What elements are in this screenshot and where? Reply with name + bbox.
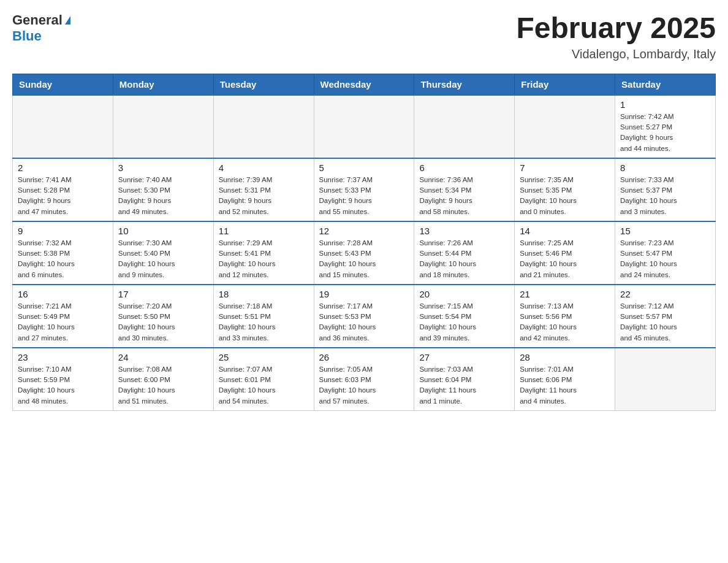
table-row bbox=[515, 95, 615, 158]
week-row-3: 16Sunrise: 7:21 AM Sunset: 5:49 PM Dayli… bbox=[13, 285, 716, 348]
day-number: 1 bbox=[620, 99, 710, 110]
day-info: Sunrise: 7:15 AM Sunset: 5:54 PM Dayligh… bbox=[419, 301, 509, 343]
day-info: Sunrise: 7:41 AM Sunset: 5:28 PM Dayligh… bbox=[18, 175, 108, 217]
table-row bbox=[213, 95, 314, 158]
table-row: 7Sunrise: 7:35 AM Sunset: 5:35 PM Daylig… bbox=[515, 158, 615, 221]
day-info: Sunrise: 7:17 AM Sunset: 5:53 PM Dayligh… bbox=[319, 301, 409, 343]
table-row: 21Sunrise: 7:13 AM Sunset: 5:56 PM Dayli… bbox=[515, 285, 615, 348]
day-number: 3 bbox=[118, 163, 208, 173]
logo: General Blue bbox=[12, 12, 70, 44]
table-row: 6Sunrise: 7:36 AM Sunset: 5:34 PM Daylig… bbox=[414, 158, 515, 221]
day-number: 11 bbox=[219, 226, 309, 236]
day-number: 22 bbox=[620, 289, 710, 299]
logo-general: General bbox=[12, 12, 63, 28]
table-row: 2Sunrise: 7:41 AM Sunset: 5:28 PM Daylig… bbox=[13, 158, 113, 221]
day-number: 24 bbox=[118, 352, 208, 362]
day-number: 18 bbox=[219, 289, 309, 299]
header-thursday: Thursday bbox=[414, 74, 515, 95]
header-sunday: Sunday bbox=[13, 74, 113, 95]
table-row: 15Sunrise: 7:23 AM Sunset: 5:47 PM Dayli… bbox=[615, 221, 716, 285]
table-row: 5Sunrise: 7:37 AM Sunset: 5:33 PM Daylig… bbox=[314, 158, 414, 221]
day-number: 9 bbox=[18, 226, 108, 236]
day-number: 20 bbox=[419, 289, 509, 299]
table-row: 13Sunrise: 7:26 AM Sunset: 5:44 PM Dayli… bbox=[414, 221, 515, 285]
day-number: 28 bbox=[520, 352, 610, 362]
page-header: General Blue February 2025 Vidalengo, Lo… bbox=[12, 12, 716, 61]
weekday-header-row: Sunday Monday Tuesday Wednesday Thursday… bbox=[13, 74, 716, 95]
day-number: 27 bbox=[419, 352, 509, 362]
day-number: 25 bbox=[219, 352, 309, 362]
day-info: Sunrise: 7:18 AM Sunset: 5:51 PM Dayligh… bbox=[219, 301, 309, 343]
table-row: 28Sunrise: 7:01 AM Sunset: 6:06 PM Dayli… bbox=[515, 348, 615, 411]
day-number: 13 bbox=[419, 226, 509, 236]
table-row: 22Sunrise: 7:12 AM Sunset: 5:57 PM Dayli… bbox=[615, 285, 716, 348]
day-info: Sunrise: 7:33 AM Sunset: 5:37 PM Dayligh… bbox=[620, 175, 710, 217]
day-info: Sunrise: 7:01 AM Sunset: 6:06 PM Dayligh… bbox=[520, 364, 610, 407]
day-number: 10 bbox=[118, 226, 208, 236]
day-info: Sunrise: 7:12 AM Sunset: 5:57 PM Dayligh… bbox=[620, 301, 710, 343]
table-row bbox=[414, 95, 515, 158]
calendar-table: Sunday Monday Tuesday Wednesday Thursday… bbox=[12, 74, 716, 411]
logo-blue: Blue bbox=[12, 28, 42, 44]
table-row bbox=[314, 95, 414, 158]
table-row: 12Sunrise: 7:28 AM Sunset: 5:43 PM Dayli… bbox=[314, 221, 414, 285]
table-row bbox=[113, 95, 213, 158]
table-row: 8Sunrise: 7:33 AM Sunset: 5:37 PM Daylig… bbox=[615, 158, 716, 221]
day-number: 5 bbox=[319, 163, 409, 173]
table-row: 3Sunrise: 7:40 AM Sunset: 5:30 PM Daylig… bbox=[113, 158, 213, 221]
table-row: 27Sunrise: 7:03 AM Sunset: 6:04 PM Dayli… bbox=[414, 348, 515, 411]
day-info: Sunrise: 7:25 AM Sunset: 5:46 PM Dayligh… bbox=[520, 238, 610, 280]
day-info: Sunrise: 7:20 AM Sunset: 5:50 PM Dayligh… bbox=[118, 301, 208, 343]
day-number: 7 bbox=[520, 163, 610, 173]
day-info: Sunrise: 7:08 AM Sunset: 6:00 PM Dayligh… bbox=[118, 364, 208, 407]
header-wednesday: Wednesday bbox=[314, 74, 414, 95]
day-number: 4 bbox=[219, 163, 309, 173]
day-info: Sunrise: 7:21 AM Sunset: 5:49 PM Dayligh… bbox=[18, 301, 108, 343]
day-info: Sunrise: 7:23 AM Sunset: 5:47 PM Dayligh… bbox=[620, 238, 710, 280]
day-number: 6 bbox=[419, 163, 509, 173]
day-number: 23 bbox=[18, 352, 108, 362]
header-tuesday: Tuesday bbox=[213, 74, 314, 95]
day-number: 14 bbox=[520, 226, 610, 236]
header-monday: Monday bbox=[113, 74, 213, 95]
day-info: Sunrise: 7:29 AM Sunset: 5:41 PM Dayligh… bbox=[219, 238, 309, 280]
table-row: 1Sunrise: 7:42 AM Sunset: 5:27 PM Daylig… bbox=[615, 95, 716, 158]
table-row: 18Sunrise: 7:18 AM Sunset: 5:51 PM Dayli… bbox=[213, 285, 314, 348]
day-info: Sunrise: 7:42 AM Sunset: 5:27 PM Dayligh… bbox=[620, 112, 710, 154]
week-row-2: 9Sunrise: 7:32 AM Sunset: 5:38 PM Daylig… bbox=[13, 221, 716, 285]
table-row: 23Sunrise: 7:10 AM Sunset: 5:59 PM Dayli… bbox=[13, 348, 113, 411]
day-number: 19 bbox=[319, 289, 409, 299]
day-info: Sunrise: 7:10 AM Sunset: 5:59 PM Dayligh… bbox=[18, 364, 108, 407]
header-friday: Friday bbox=[515, 74, 615, 95]
table-row bbox=[615, 348, 716, 411]
table-row bbox=[13, 95, 113, 158]
table-row: 17Sunrise: 7:20 AM Sunset: 5:50 PM Dayli… bbox=[113, 285, 213, 348]
day-info: Sunrise: 7:35 AM Sunset: 5:35 PM Dayligh… bbox=[520, 175, 610, 217]
table-row: 24Sunrise: 7:08 AM Sunset: 6:00 PM Dayli… bbox=[113, 348, 213, 411]
location-subtitle: Vidalengo, Lombardy, Italy bbox=[516, 47, 716, 61]
day-number: 16 bbox=[18, 289, 108, 299]
table-row: 4Sunrise: 7:39 AM Sunset: 5:31 PM Daylig… bbox=[213, 158, 314, 221]
day-info: Sunrise: 7:28 AM Sunset: 5:43 PM Dayligh… bbox=[319, 238, 409, 280]
day-info: Sunrise: 7:05 AM Sunset: 6:03 PM Dayligh… bbox=[319, 364, 409, 407]
day-info: Sunrise: 7:26 AM Sunset: 5:44 PM Dayligh… bbox=[419, 238, 509, 280]
week-row-1: 2Sunrise: 7:41 AM Sunset: 5:28 PM Daylig… bbox=[13, 158, 716, 221]
day-number: 21 bbox=[520, 289, 610, 299]
table-row: 14Sunrise: 7:25 AM Sunset: 5:46 PM Dayli… bbox=[515, 221, 615, 285]
day-number: 26 bbox=[319, 352, 409, 362]
title-area: February 2025 Vidalengo, Lombardy, Italy bbox=[516, 12, 716, 61]
day-info: Sunrise: 7:39 AM Sunset: 5:31 PM Dayligh… bbox=[219, 175, 309, 217]
month-title: February 2025 bbox=[516, 12, 716, 45]
day-info: Sunrise: 7:36 AM Sunset: 5:34 PM Dayligh… bbox=[419, 175, 509, 217]
day-info: Sunrise: 7:37 AM Sunset: 5:33 PM Dayligh… bbox=[319, 175, 409, 217]
day-number: 8 bbox=[620, 163, 710, 173]
table-row: 26Sunrise: 7:05 AM Sunset: 6:03 PM Dayli… bbox=[314, 348, 414, 411]
day-info: Sunrise: 7:30 AM Sunset: 5:40 PM Dayligh… bbox=[118, 238, 208, 280]
table-row: 20Sunrise: 7:15 AM Sunset: 5:54 PM Dayli… bbox=[414, 285, 515, 348]
day-info: Sunrise: 7:03 AM Sunset: 6:04 PM Dayligh… bbox=[419, 364, 509, 407]
table-row: 9Sunrise: 7:32 AM Sunset: 5:38 PM Daylig… bbox=[13, 221, 113, 285]
table-row: 11Sunrise: 7:29 AM Sunset: 5:41 PM Dayli… bbox=[213, 221, 314, 285]
table-row: 10Sunrise: 7:30 AM Sunset: 5:40 PM Dayli… bbox=[113, 221, 213, 285]
day-number: 12 bbox=[319, 226, 409, 236]
day-number: 17 bbox=[118, 289, 208, 299]
